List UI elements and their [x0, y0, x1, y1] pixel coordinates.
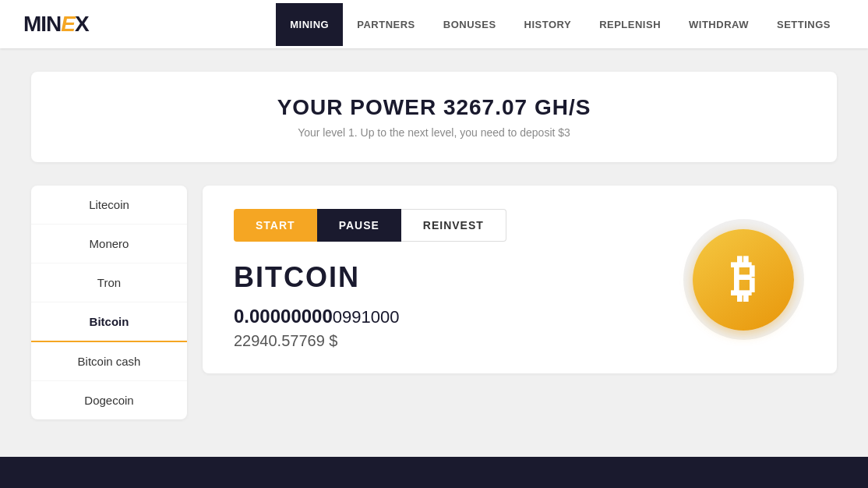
logo-e-letter: E [61, 12, 75, 36]
footer-bar [0, 457, 868, 488]
coin-sidebar: Litecoin Monero Tron Bitcoin Bitcoin cas… [31, 186, 187, 419]
nav-settings[interactable]: SETTINGS [763, 3, 845, 46]
nav-bonuses[interactable]: BONUSES [429, 3, 510, 46]
mining-amount: 0.000000000991000 [234, 306, 650, 327]
nav-links: MINING PARTNERS BONUSES HISTORY REPLENIS… [276, 3, 845, 46]
power-subtitle: Your level 1. Up to the next level, you … [47, 126, 821, 139]
bitcoin-outer-ring: ₿ [683, 219, 804, 340]
logo-text: MINEX [23, 12, 89, 37]
nav-history[interactable]: HISTORY [510, 3, 586, 46]
bottom-section: Litecoin Monero Tron Bitcoin Bitcoin cas… [31, 186, 837, 419]
reinvest-button[interactable]: REINVEST [401, 209, 506, 242]
nav-mining[interactable]: MINING [276, 3, 343, 46]
sidebar-item-tron[interactable]: Tron [31, 263, 187, 302]
mining-amount-bold: 0.00000000 [234, 306, 333, 327]
mining-amount-light: 0991000 [333, 307, 400, 327]
start-button[interactable]: START [234, 209, 317, 242]
mining-usd-value: 22940.57769 $ [234, 332, 650, 350]
nav-withdraw[interactable]: WITHDRAW [675, 3, 763, 46]
power-title: YOUR POWER 3267.07 GH/S [47, 95, 821, 120]
main-content: YOUR POWER 3267.07 GH/S Your level 1. Up… [0, 48, 868, 443]
power-card: YOUR POWER 3267.07 GH/S Your level 1. Up… [31, 72, 837, 162]
sidebar-item-bitcoin-cash[interactable]: Bitcoin cash [31, 342, 187, 381]
navbar: MINEX MINING PARTNERS BONUSES HISTORY RE… [0, 0, 868, 48]
pause-button[interactable]: PAUSE [317, 209, 401, 242]
sidebar-item-litecoin[interactable]: Litecoin [31, 186, 187, 225]
bitcoin-circle: ₿ [693, 229, 794, 331]
sidebar-item-dogecoin[interactable]: Dogecoin [31, 381, 187, 419]
nav-replenish[interactable]: REPLENISH [585, 3, 675, 46]
logo: MINEX [23, 12, 89, 37]
sidebar-item-bitcoin[interactable]: Bitcoin [31, 302, 187, 342]
mining-buttons: START PAUSE REINVEST [234, 209, 650, 242]
bitcoin-logo-container: ₿ [681, 217, 806, 342]
nav-partners[interactable]: PARTNERS [343, 3, 429, 46]
mining-info: START PAUSE REINVEST BITCOIN 0.000000000… [234, 209, 650, 350]
sidebar-item-monero[interactable]: Monero [31, 225, 187, 263]
bitcoin-symbol-icon: ₿ [731, 253, 756, 303]
mining-coin-name: BITCOIN [234, 261, 650, 294]
mining-card: START PAUSE REINVEST BITCOIN 0.000000000… [203, 186, 837, 373]
